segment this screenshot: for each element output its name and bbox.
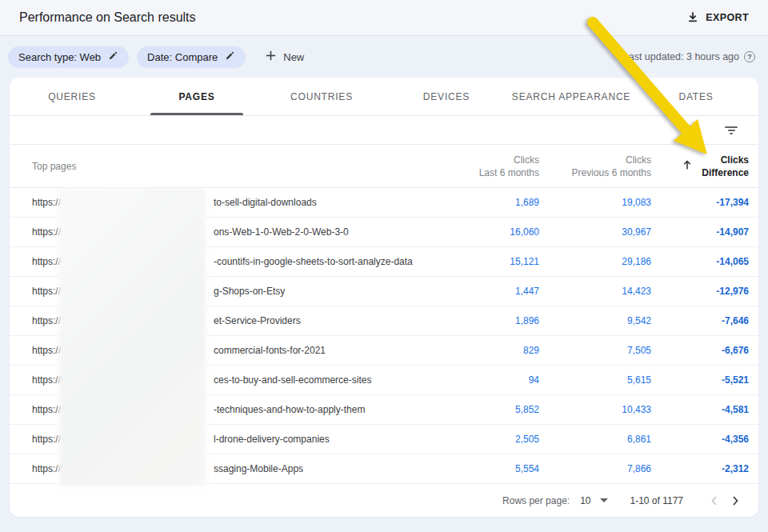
- sort-ascending-icon: [682, 160, 692, 173]
- export-button[interactable]: EXPORT: [682, 7, 754, 29]
- clicks-previous-value: 14,423: [539, 286, 651, 297]
- new-filter-button[interactable]: New: [265, 50, 304, 64]
- clicks-last-value: 829: [451, 345, 539, 356]
- tab-countries[interactable]: COUNTRIES: [259, 78, 384, 115]
- clicks-difference-value: -12,976: [651, 286, 749, 297]
- clicks-difference-value: -4,581: [651, 404, 749, 415]
- clicks-previous-value: 7,505: [539, 345, 651, 356]
- clicks-last-value: 16,060: [451, 226, 539, 238]
- table-header: Top pages ClicksLast 6 months ClicksPrev…: [10, 145, 758, 188]
- tabs: QUERIESPAGESCOUNTRIESDEVICESSEARCH APPEA…: [10, 78, 758, 116]
- filter-bar: Search type: Web Date: Compare New: [0, 36, 768, 78]
- next-page-button[interactable]: [725, 490, 746, 511]
- download-icon: [686, 10, 699, 26]
- clicks-previous-value: 10,433: [539, 404, 651, 415]
- last-updated: Last updated: 3 hours ago ?: [623, 51, 755, 62]
- edit-pencil-icon: [225, 50, 235, 63]
- column-header-top-pages[interactable]: Top pages: [32, 161, 451, 172]
- clicks-last-value: 2,505: [451, 434, 539, 445]
- page-url-suffix: et-Service-Providers: [214, 315, 301, 326]
- page-url-suffix: commercial-fonts-for-2021: [214, 345, 326, 356]
- chip-date-compare-label: Date: Compare: [147, 51, 218, 63]
- dropdown-caret-icon: [600, 498, 608, 502]
- rows-per-page-select[interactable]: 10: [580, 495, 607, 506]
- pagination-range: 1-10 of 1177: [630, 495, 684, 506]
- help-icon[interactable]: ?: [744, 51, 755, 62]
- tab-devices[interactable]: DEVICES: [384, 78, 509, 115]
- tab-label: DEVICES: [423, 91, 470, 102]
- page-url-suffix: to-sell-digital-downloads: [214, 197, 317, 208]
- rows-per-page-value: 10: [580, 495, 590, 506]
- chip-date-compare[interactable]: Date: Compare: [137, 46, 246, 68]
- clicks-last-value: 1,689: [451, 197, 539, 208]
- page-url-suffix: ssaging-Mobile-Apps: [214, 463, 303, 474]
- tab-label: PAGES: [178, 91, 214, 102]
- new-filter-label: New: [283, 51, 304, 63]
- clicks-last-value: 94: [451, 374, 539, 386]
- column-header-clicks-difference[interactable]: ClicksDifference: [651, 154, 749, 179]
- clicks-difference-value: -17,394: [651, 197, 749, 208]
- table-footer: Rows per page: 10 1-10 of 1177: [10, 484, 758, 517]
- table-toolbar: [10, 116, 758, 145]
- filter-table-icon[interactable]: [722, 123, 741, 138]
- tab-label: COUNTRIES: [290, 91, 353, 102]
- clicks-previous-value: 30,967: [539, 226, 651, 238]
- clicks-previous-value: 7,866: [539, 463, 651, 474]
- page-url-suffix: ons-Web-1-0-Web-2-0-Web-3-0: [214, 226, 349, 238]
- redacted-area: [61, 190, 204, 485]
- tab-label: QUERIES: [48, 91, 96, 102]
- chip-search-type[interactable]: Search type: Web: [8, 46, 129, 68]
- export-label: EXPORT: [706, 12, 749, 23]
- last-updated-text: Last updated: 3 hours ago: [623, 51, 739, 62]
- clicks-last-value: 1,447: [451, 286, 539, 297]
- tab-label: DATES: [678, 91, 713, 102]
- clicks-previous-value: 19,083: [539, 197, 651, 208]
- rows-per-page-label: Rows per page:: [502, 495, 570, 506]
- tab-queries[interactable]: QUERIES: [10, 78, 134, 115]
- tab-pages[interactable]: PAGES: [134, 78, 259, 115]
- column-header-clicks-last[interactable]: ClicksLast 6 months: [451, 154, 539, 179]
- clicks-difference-value: -14,907: [651, 226, 749, 238]
- clicks-difference-value: -6,676: [651, 345, 749, 356]
- page-url-suffix: l-drone-delivery-companies: [214, 434, 330, 445]
- clicks-previous-value: 6,861: [539, 434, 651, 445]
- clicks-last-value: 1,896: [451, 315, 539, 326]
- page-title: Performance on Search results: [19, 10, 196, 25]
- chip-search-type-label: Search type: Web: [18, 51, 101, 63]
- clicks-difference-value: -5,521: [651, 374, 749, 386]
- page-url-suffix: -techniques-and-how-to-apply-them: [214, 404, 365, 415]
- plus-icon: [265, 50, 277, 64]
- clicks-previous-value: 9,542: [539, 315, 651, 326]
- column-header-clicks-previous[interactable]: ClicksPrevious 6 months: [539, 154, 651, 179]
- page-url-suffix: g-Shops-on-Etsy: [214, 286, 285, 297]
- edit-pencil-icon: [108, 50, 118, 63]
- clicks-previous-value: 5,615: [539, 374, 651, 386]
- page-url-suffix: ces-to-buy-and-sell-ecommerce-sites: [214, 374, 371, 386]
- clicks-difference-value: -4,356: [651, 434, 749, 445]
- clicks-last-value: 5,554: [451, 463, 539, 474]
- page-url-suffix: -countifs-in-google-sheets-to-sort-analy…: [214, 256, 413, 267]
- clicks-difference-value: -7,646: [651, 315, 749, 326]
- tab-search-appearance[interactable]: SEARCH APPEARANCE: [509, 78, 634, 115]
- clicks-difference-value: -14,065: [651, 256, 749, 267]
- tab-label: SEARCH APPEARANCE: [512, 91, 630, 102]
- clicks-difference-value: -2,312: [651, 463, 749, 474]
- clicks-previous-value: 29,186: [539, 256, 651, 267]
- clicks-last-value: 5,852: [451, 404, 539, 415]
- title-bar: Performance on Search results EXPORT: [0, 0, 768, 36]
- tab-dates[interactable]: DATES: [634, 78, 758, 115]
- previous-page-button[interactable]: [704, 490, 725, 511]
- clicks-last-value: 15,121: [451, 256, 539, 267]
